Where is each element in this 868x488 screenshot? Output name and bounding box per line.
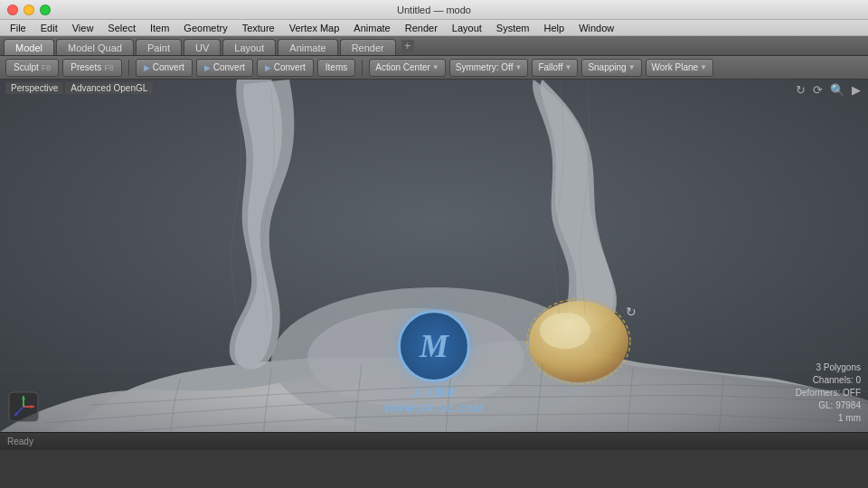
mm-stat: 1 mm [796,412,861,425]
menu-animate[interactable]: Animate [347,22,396,34]
titlebar: Untitled — modo [0,0,868,20]
menu-system[interactable]: System [490,22,536,34]
watermark-url: WWW.RR-SC.COM [384,403,484,414]
tab-uv[interactable]: UV [184,39,221,55]
dropdown-arrow-icon: ▼ [514,63,522,71]
status-text: Ready [7,436,33,446]
dropdown-arrow-icon: ▼ [432,63,439,71]
menu-item[interactable]: Item [144,22,175,34]
minimize-button[interactable] [24,5,34,15]
maximize-button[interactable] [40,5,51,15]
add-tab-button[interactable]: + [401,40,414,52]
action-center-dropdown[interactable]: Action Center ▼ [369,59,446,77]
toolbar-separator-2 [362,60,363,76]
polygons-stat: 3 Polygons [796,361,861,374]
axes-indicator [7,390,40,425]
menubar: File Edit View Select Item Geometry Text… [0,20,868,36]
svg-point-6 [540,313,590,349]
menu-render[interactable]: Render [399,22,444,34]
watermark-overlay: M 人人素材 WWW.RR-SC.COM [384,310,484,414]
menu-help[interactable]: Help [538,22,571,34]
gl-stat: GL: 97984 [796,399,861,412]
watermark-logo: M [398,310,470,382]
window-title: Untitled — modo [397,5,471,15]
menu-layout[interactable]: Layout [446,22,488,34]
symmetry-dropdown[interactable]: Symmetry: Off ▼ [449,59,529,77]
channels-stat: Channels: 0 [796,374,861,387]
convert-button-1[interactable]: ▶ Convert [136,59,193,77]
statusbar: Ready [0,432,868,450]
menu-window[interactable]: Window [572,22,620,34]
menu-edit[interactable]: Edit [34,22,64,34]
tab-layout[interactable]: Layout [222,39,276,55]
reset-view-icon[interactable]: ⟳ [813,83,823,97]
tab-paint[interactable]: Paint [136,39,182,55]
deformers-stat: Deformers: OFF [796,387,861,399]
opengl-label[interactable]: Advanced OpenGL [65,82,153,94]
dropdown-arrow-icon: ▼ [628,63,636,71]
toolbar-separator-1 [128,60,129,76]
watermark-letter: M [420,327,448,365]
stats-overlay: 3 Polygons Channels: 0 Deformers: OFF GL… [796,361,861,425]
convert-button-2[interactable]: ▶ Convert [196,59,253,77]
window-controls [0,5,51,15]
tab-animate[interactable]: Animate [278,39,337,55]
zoom-icon[interactable]: 🔍 [830,83,844,97]
menu-view[interactable]: View [66,22,100,34]
viewport[interactable]: ↻ Perspective Advanced OpenGL ↻ ⟳ 🔍 ▶ 3 … [0,80,868,432]
perspective-label[interactable]: Perspective [5,82,63,94]
presets-button[interactable]: Presets F8 [62,59,121,77]
tab-model[interactable]: Model [4,39,54,55]
close-button[interactable] [7,5,18,15]
tabbar: Model Model Quad Paint UV Layout Animate… [0,36,868,56]
main-toolbar: Sculpt F8 Presets F8 ▶ Convert ▶ Convert… [0,56,868,80]
items-button[interactable]: Items [317,59,355,77]
viewport-header: Perspective Advanced OpenGL [0,80,158,97]
tab-model-quad[interactable]: Model Quad [56,39,134,55]
svg-text:↻: ↻ [626,305,637,319]
expand-icon[interactable]: ▶ [852,83,861,97]
menu-select[interactable]: Select [101,22,142,34]
menu-vertex-map[interactable]: Vertex Map [283,22,346,34]
menu-file[interactable]: File [4,22,33,34]
dropdown-arrow-icon: ▼ [564,63,571,71]
viewport-controls: ↻ ⟳ 🔍 ▶ [796,83,861,97]
sculpt-button[interactable]: Sculpt F8 [5,59,59,77]
rotate-view-icon[interactable]: ↻ [796,83,806,97]
convert-button-3[interactable]: ▶ Convert [257,59,314,77]
workplane-dropdown[interactable]: Work Plane ▼ [646,59,713,77]
watermark-site-name: 人人素材 [412,386,456,399]
tab-render[interactable]: Render [340,39,396,55]
snapping-dropdown[interactable]: Snapping ▼ [581,59,641,77]
falloff-dropdown[interactable]: Falloff ▼ [532,59,578,77]
menu-texture[interactable]: Texture [236,22,281,34]
menu-geometry[interactable]: Geometry [177,22,233,34]
dropdown-arrow-icon: ▼ [700,63,707,71]
